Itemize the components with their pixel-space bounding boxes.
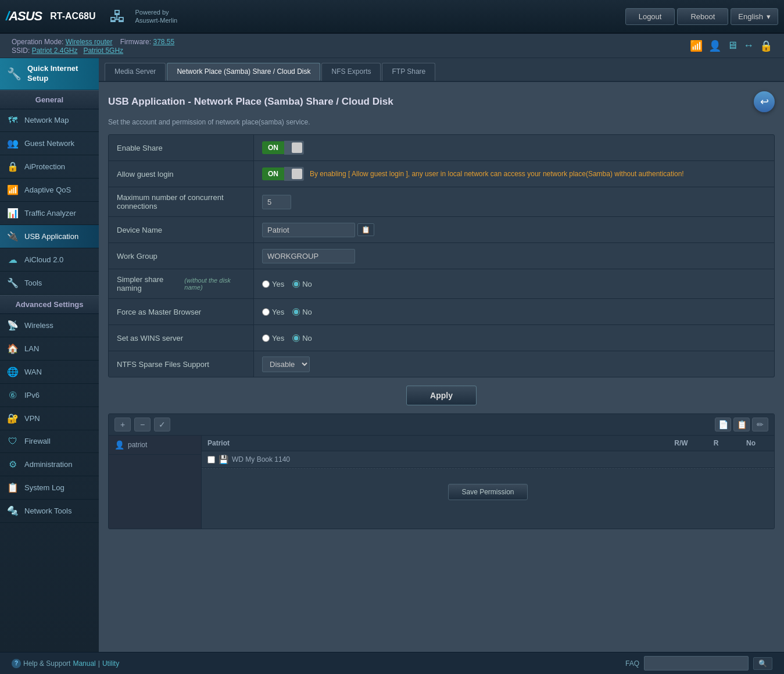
chevron-down-icon: ▾ bbox=[767, 12, 771, 21]
manual-link[interactable]: Manual bbox=[73, 659, 95, 668]
sidebar-item-traffic-analyzer[interactable]: 📊 Traffic Analyzer bbox=[0, 202, 99, 225]
allow-guest-label: Allow guest login bbox=[109, 161, 254, 187]
allow-guest-toggle-track[interactable] bbox=[284, 167, 304, 181]
perm-edit-button[interactable]: ✏ bbox=[752, 418, 768, 431]
sidebar-item-label: Tools bbox=[24, 279, 42, 287]
firmware-link[interactable]: 378.55 bbox=[153, 38, 174, 46]
reboot-button[interactable]: Reboot bbox=[677, 8, 728, 25]
back-button[interactable]: ↩ bbox=[754, 91, 775, 112]
allow-guest-toggle[interactable]: ON bbox=[262, 167, 304, 181]
lock-status-icon[interactable]: 🔒 bbox=[760, 40, 772, 52]
ntfs-value: Disable Enable bbox=[254, 352, 774, 377]
sidebar-item-aiprotection[interactable]: 🔒 AiProtection bbox=[0, 155, 99, 179]
force-master-label: Force as Master Browser bbox=[109, 299, 254, 324]
perm-view-button[interactable]: 📄 bbox=[715, 418, 731, 431]
tab-nfs-exports[interactable]: NFS Exports bbox=[321, 63, 381, 81]
sidebar-item-label: IPv6 bbox=[24, 391, 40, 400]
page-title: USB Application - Network Place (Samba) … bbox=[108, 96, 393, 108]
sidebar-item-network-map[interactable]: 🗺 Network Map bbox=[0, 109, 99, 132]
tab-media-server[interactable]: Media Server bbox=[105, 63, 166, 81]
simpler-naming-no-radio[interactable] bbox=[292, 280, 300, 288]
enable-share-value: ON bbox=[254, 136, 774, 159]
toggle-track[interactable] bbox=[284, 141, 304, 155]
sidebar-item-adaptive-qos[interactable]: 📶 Adaptive QoS bbox=[0, 179, 99, 202]
add-user-button[interactable]: + bbox=[114, 418, 131, 431]
force-master-no-label[interactable]: No bbox=[292, 308, 312, 316]
ntfs-select[interactable]: Disable Enable bbox=[262, 356, 310, 372]
ssid-2g-link[interactable]: Patriot 2.4GHz bbox=[32, 47, 78, 55]
wins-no-label[interactable]: No bbox=[292, 334, 312, 343]
page-description: Set the account and permission of networ… bbox=[108, 118, 775, 126]
simpler-naming-yes-radio[interactable] bbox=[262, 280, 270, 288]
sidebar-item-label: Firewall bbox=[24, 437, 51, 445]
sidebar-item-label: Administration bbox=[24, 460, 72, 469]
sidebar-item-usb-application[interactable]: 🔌 USB Application bbox=[0, 225, 99, 248]
wins-yes-label[interactable]: Yes bbox=[262, 334, 284, 343]
sidebar-item-system-log[interactable]: 📋 System Log bbox=[0, 476, 99, 500]
ssid-5g-link[interactable]: Patriot 5GHz bbox=[83, 47, 123, 55]
help-icon: ? bbox=[12, 659, 21, 668]
enable-share-label: Enable Share bbox=[109, 135, 254, 161]
perm-col-no: No bbox=[733, 439, 768, 447]
sidebar-item-guest-network[interactable]: 👥 Guest Network bbox=[0, 132, 99, 155]
footer: ? Help & Support Manual | Utility FAQ 🔍 bbox=[0, 652, 784, 674]
content-area: Media Server Network Place (Samba) Share… bbox=[99, 58, 784, 652]
max-conn-input[interactable] bbox=[262, 195, 291, 209]
perm-divider bbox=[202, 468, 774, 478]
permission-section: + − ✓ 📄 📋 ✏ 👤 patriot bbox=[108, 413, 775, 529]
save-permission-button[interactable]: Save Permission bbox=[448, 484, 527, 500]
faq-search-input[interactable] bbox=[644, 656, 749, 671]
tab-network-place[interactable]: Network Place (Samba) Share / Cloud Disk bbox=[167, 63, 320, 81]
quick-internet-setup[interactable]: 🔧 Quick Internet Setup bbox=[0, 58, 99, 90]
sidebar-item-administration[interactable]: ⚙ Administration bbox=[0, 453, 99, 476]
sidebar-item-label: Adaptive QoS bbox=[24, 186, 71, 194]
edit-user-button[interactable]: ✓ bbox=[154, 418, 170, 431]
wireless-icon: 📡 bbox=[7, 320, 19, 331]
sidebar-item-firewall[interactable]: 🛡 Firewall bbox=[0, 430, 99, 453]
perm-user-item[interactable]: 👤 patriot bbox=[109, 436, 201, 455]
force-master-yes-label[interactable]: Yes bbox=[262, 308, 284, 316]
perm-file-item: 💾 WD My Book 1140 bbox=[207, 455, 664, 464]
device-name-icon-btn[interactable]: 📋 bbox=[357, 223, 374, 236]
save-perm-area: Save Permission bbox=[202, 484, 774, 511]
wins-no-radio[interactable] bbox=[292, 334, 300, 342]
wins-yes-radio[interactable] bbox=[262, 334, 270, 342]
sidebar-item-label: Guest Network bbox=[24, 139, 74, 148]
faq-search-button[interactable]: 🔍 bbox=[753, 657, 772, 670]
sidebar-item-lan[interactable]: 🏠 LAN bbox=[0, 337, 99, 361]
operation-mode-link[interactable]: Wireless router bbox=[66, 38, 113, 46]
language-selector[interactable]: English ▾ bbox=[731, 8, 778, 25]
sidebar-item-vpn[interactable]: 🔐 VPN bbox=[0, 407, 99, 430]
force-master-yes-radio[interactable] bbox=[262, 308, 270, 316]
sidebar-item-label: VPN bbox=[24, 414, 40, 423]
connection-status-icon[interactable]: ↔ bbox=[743, 40, 754, 52]
simpler-naming-yes-label[interactable]: Yes bbox=[262, 280, 284, 288]
sidebar-item-network-tools[interactable]: 🔩 Network Tools bbox=[0, 500, 99, 523]
wins-value: Yes No bbox=[254, 329, 774, 347]
perm-file-checkbox[interactable] bbox=[207, 456, 215, 463]
remove-user-button[interactable]: − bbox=[134, 418, 151, 431]
workgroup-input[interactable] bbox=[262, 249, 355, 263]
simpler-naming-value: Yes No bbox=[254, 275, 774, 293]
force-master-no-radio[interactable] bbox=[292, 308, 300, 316]
logout-button[interactable]: Logout bbox=[625, 8, 675, 25]
tab-ftp-share[interactable]: FTP Share bbox=[382, 63, 435, 81]
sidebar-item-label: AiCloud 2.0 bbox=[24, 255, 63, 264]
apply-button[interactable]: Apply bbox=[406, 386, 477, 405]
sidebar-item-wireless[interactable]: 📡 Wireless bbox=[0, 314, 99, 337]
enable-share-toggle[interactable]: ON bbox=[262, 141, 304, 155]
simpler-naming-no-label[interactable]: No bbox=[292, 280, 312, 288]
perm-right-tools: 📄 📋 ✏ bbox=[715, 418, 768, 431]
device-name-input[interactable] bbox=[262, 223, 355, 237]
perm-copy-button[interactable]: 📋 bbox=[733, 418, 750, 431]
tools-icon: 🔧 bbox=[7, 277, 19, 288]
users-status-icon[interactable]: 👤 bbox=[708, 40, 721, 52]
sidebar-item-ipv6[interactable]: ⑥ IPv6 bbox=[0, 384, 99, 407]
sidebar-item-wan[interactable]: 🌐 WAN bbox=[0, 361, 99, 384]
sidebar-item-tools[interactable]: 🔧 Tools bbox=[0, 272, 99, 295]
sidebar-item-aicloud[interactable]: ☁ AiCloud 2.0 bbox=[0, 248, 99, 272]
wifi-status-icon[interactable]: 📶 bbox=[690, 40, 703, 52]
usb-status-icon[interactable]: 🖥 bbox=[727, 40, 738, 52]
sidebar-item-label: WAN bbox=[24, 368, 42, 376]
utility-link[interactable]: Utility bbox=[102, 659, 119, 668]
